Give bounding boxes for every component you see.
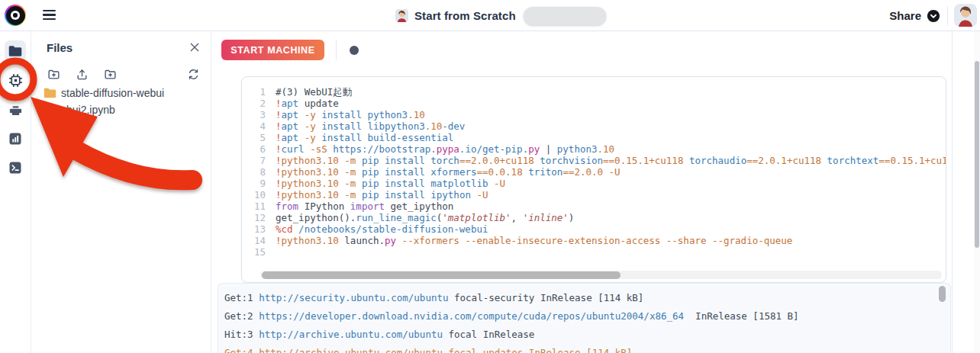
page-title: Start from Scratch — [414, 9, 516, 22]
code-line: 15 — [242, 246, 946, 258]
code-line: 14!python3.10 launch.py --xformers --ena… — [242, 235, 946, 246]
folder-name: stable-diffusion-webui — [61, 87, 164, 99]
bar-chart-icon — [8, 132, 22, 146]
add-folder-icon[interactable] — [103, 67, 117, 81]
gradient-ring-logo[interactable] — [5, 5, 26, 26]
code-line: 10!python3.10 -m pip install ipython -U — [242, 189, 946, 201]
code-cell[interactable]: 1#(3) WebUI起動2!apt update3!apt -y instal… — [241, 76, 946, 283]
folder-icon — [44, 88, 56, 98]
top-bar: Start from Scratch Share — [0, 0, 980, 31]
files-panel: Files stable-diffusion-webui — [31, 31, 211, 353]
files-panel-title: Files — [47, 41, 73, 54]
project-title-group: Start from Scratch — [395, 0, 606, 31]
left-icon-strip — [0, 31, 31, 353]
sidebar-item-files[interactable] — [5, 40, 26, 62]
code-line: 11from IPython import get_ipython — [242, 201, 946, 212]
topbar-divider — [947, 6, 948, 26]
output-line: Get:1 http://security.ubuntu.com/ubuntu … — [224, 289, 943, 307]
start-machine-button[interactable]: START MACHINE — [221, 40, 324, 60]
code-line: 3!apt -y install python3.10 — [242, 109, 946, 120]
code-line: 8!python3.10 -m pip install xformers==0.… — [242, 166, 946, 178]
app-window: Start from Scratch Share — [0, 0, 980, 353]
output-scrollbar-thumb[interactable] — [939, 286, 946, 302]
code-editor: 1#(3) WebUI起動2!apt update3!apt -y instal… — [242, 86, 946, 258]
refresh-icon[interactable] — [186, 67, 200, 81]
code-line: 1#(3) WebUI起動 — [242, 86, 946, 98]
upload-icon[interactable] — [75, 67, 89, 81]
horizontal-scrollbar-track — [260, 271, 942, 279]
chevron-down-circle-icon[interactable] — [927, 9, 940, 23]
code-line: 12get_ipython().run_line_magic('matplotl… — [242, 212, 946, 223]
code-line: 13%cd /notebooks/stable-diffusion-webui — [242, 223, 946, 235]
code-line: 7!python3.10 -m pip install torch==2.0.0… — [242, 155, 946, 166]
notebook-main-area: START MACHINE 1#(3) WebUI起動2!apt update3… — [211, 31, 980, 353]
chip-icon — [8, 72, 24, 88]
user-avatar[interactable] — [954, 4, 977, 27]
sidebar-item-machine[interactable] — [5, 69, 26, 91]
new-folder-icon[interactable] — [47, 67, 60, 81]
output-lines: Get:1 http://security.ubuntu.com/ubuntu … — [218, 284, 950, 353]
code-line: 4!apt -y install libpython3.10-dev — [242, 120, 946, 132]
code-line: 6!curl -sS https://bootstrap.pypa.io/get… — [242, 143, 946, 155]
redacted-project-name-pill — [524, 7, 606, 25]
code-line: 5!apt -y install build-essential — [242, 132, 946, 143]
sidebar-item-printer[interactable] — [5, 100, 26, 121]
hamburger-icon[interactable] — [43, 10, 56, 21]
output-line: Hit:3 http://archive.ubuntu.com/ubuntu f… — [224, 326, 943, 344]
horizontal-scrollbar-thumb[interactable] — [262, 271, 621, 279]
sidebar-item-metrics[interactable] — [5, 128, 26, 149]
content-right-border — [952, 31, 953, 353]
page-scrollbar-thumb[interactable] — [975, 61, 979, 248]
share-label: Share — [889, 9, 921, 22]
status-dot — [350, 46, 359, 55]
close-icon[interactable] — [189, 42, 200, 53]
project-avatar — [395, 9, 408, 22]
files-toolbar — [47, 66, 200, 82]
output-line: Get:4 http://archive.ubuntu.com/ubuntu f… — [224, 344, 943, 353]
code-line: 2!apt update — [242, 98, 946, 109]
share-button[interactable]: Share — [889, 0, 940, 31]
terminal-icon — [8, 161, 22, 175]
sidebar-item-terminal[interactable] — [5, 157, 26, 178]
code-line: 9!python3.10 -m pip install matplotlib -… — [242, 178, 946, 189]
output-line: Get:2 https://developer.download.nvidia.… — [224, 307, 943, 326]
folder-icon — [8, 45, 22, 57]
printer-icon — [8, 104, 23, 118]
file-tree-folder-row[interactable]: stable-diffusion-webui — [44, 87, 164, 99]
cell-output-log: Get:1 http://security.ubuntu.com/ubuntu … — [218, 283, 951, 353]
notebook-file-name: bui2.ipynb — [66, 104, 115, 116]
machine-bar-divider — [336, 40, 337, 60]
file-tree-file-row[interactable]: bui2.ipynb — [66, 104, 115, 116]
